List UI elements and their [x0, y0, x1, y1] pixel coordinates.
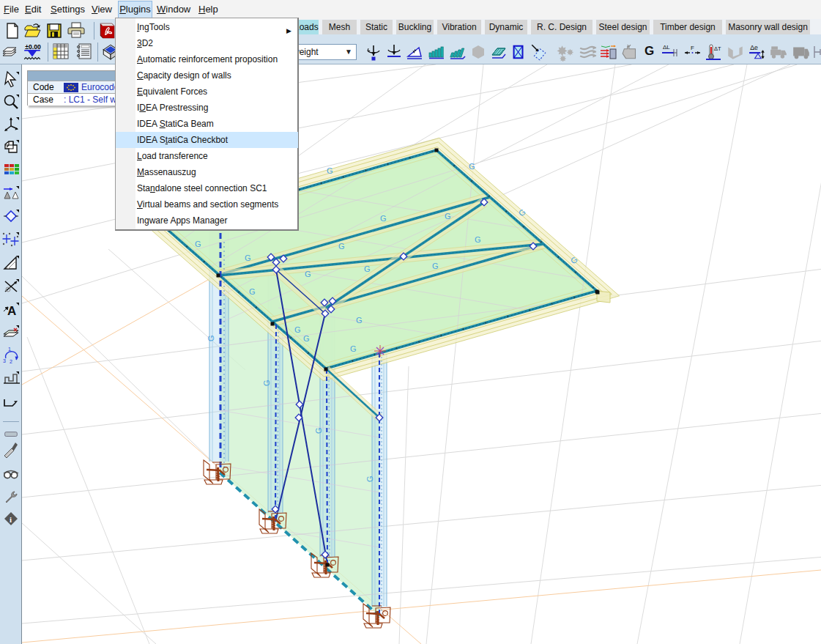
- svg-text:Δe: Δe: [750, 44, 758, 51]
- svg-text:G: G: [364, 264, 371, 273]
- svg-text:ΔT: ΔT: [714, 45, 721, 52]
- svg-text:G: G: [245, 253, 251, 262]
- svg-text:G: G: [314, 427, 323, 434]
- svg-text:1: 1: [8, 347, 11, 352]
- svg-text:G: G: [365, 475, 374, 482]
- svg-text:G: G: [305, 270, 311, 278]
- svg-text:G: G: [356, 316, 363, 325]
- svg-text:2: 2: [10, 359, 12, 364]
- svg-text:G: G: [445, 212, 451, 221]
- svg-text:G: G: [303, 334, 310, 343]
- svg-text:ΔL: ΔL: [663, 44, 670, 51]
- svg-text:G: G: [195, 240, 201, 248]
- svg-text:G: G: [338, 242, 345, 251]
- svg-text:G: G: [262, 380, 271, 386]
- svg-text:G: G: [207, 335, 215, 341]
- svg-text:G: G: [294, 325, 301, 334]
- svg-text:G: G: [327, 166, 333, 175]
- svg-text:3: 3: [3, 358, 6, 363]
- svg-text:±0.00: ±0.00: [25, 43, 41, 51]
- svg-text:G: G: [475, 235, 481, 244]
- svg-text:G: G: [380, 214, 387, 223]
- svg-text:G: G: [432, 262, 439, 270]
- svg-text:F: F: [691, 45, 694, 51]
- svg-text:G: G: [350, 344, 357, 353]
- svg-text:A: A: [7, 304, 16, 318]
- svg-text:G: G: [249, 287, 256, 296]
- svg-text:G: G: [469, 162, 475, 171]
- svg-text:i: i: [10, 515, 12, 524]
